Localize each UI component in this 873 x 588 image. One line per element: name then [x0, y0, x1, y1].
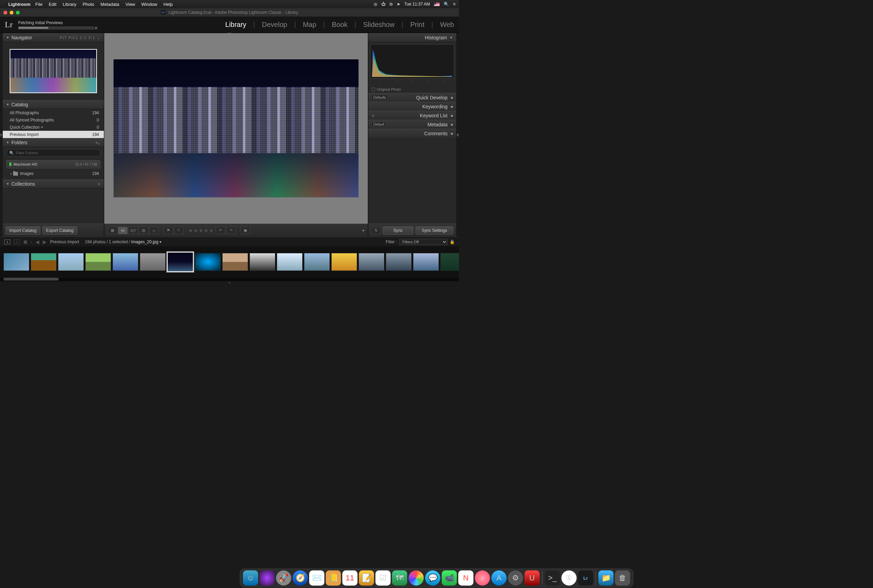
- rotate-ccw-button[interactable]: ↶: [216, 227, 225, 234]
- thumb[interactable]: [195, 253, 221, 271]
- sync-toggle-button[interactable]: ⇅: [371, 227, 381, 234]
- module-map[interactable]: Map: [303, 21, 316, 28]
- flag-reject-button[interactable]: ⚐: [174, 227, 184, 234]
- toolbar-options-button[interactable]: ▾: [362, 228, 364, 233]
- flag-pick-button[interactable]: ⚑: [164, 227, 173, 234]
- catalog-quick-collection[interactable]: Quick Collection +0: [3, 123, 104, 131]
- module-web[interactable]: Web: [440, 21, 454, 28]
- folders-header[interactable]: ▼ Folders +｡: [3, 138, 104, 147]
- primary-monitor-button[interactable]: 1: [4, 240, 10, 244]
- thumb[interactable]: [222, 253, 248, 271]
- thumb[interactable]: [304, 253, 330, 271]
- qd-preset-dropdown[interactable]: Defaults: [372, 95, 388, 100]
- sync-button[interactable]: Sync: [382, 226, 413, 235]
- add-folder-button[interactable]: +｡: [95, 140, 100, 145]
- metadata-panel[interactable]: Default Metadata ◀: [368, 120, 456, 129]
- folder-images[interactable]: ▸ Images 194: [3, 170, 104, 177]
- catalog-previous-import[interactable]: Previous Import194: [3, 131, 104, 138]
- secondary-monitor-button[interactable]: 2: [14, 240, 20, 244]
- menu-edit[interactable]: Edit: [49, 2, 56, 7]
- menubar-clock[interactable]: Tue 11:37 AM: [404, 2, 430, 6]
- right-panel-grip[interactable]: [456, 33, 459, 237]
- navigator-header[interactable]: ▼ Navigator FIT FILL 1:1 3:1 ⌄: [3, 33, 104, 42]
- filmstrip-collapse-grip[interactable]: ▼: [0, 281, 459, 284]
- rating-stars[interactable]: ★★★★★: [188, 228, 214, 233]
- folder-filter-input[interactable]: 🔍 Filter Folders: [6, 149, 100, 157]
- thumb[interactable]: [58, 253, 84, 271]
- sync-settings-button[interactable]: Sync Settings: [416, 226, 453, 235]
- menu-metadata[interactable]: Metadata: [100, 2, 119, 7]
- quick-develop-panel[interactable]: Defaults Quick Develop ◀: [368, 93, 456, 102]
- thumb[interactable]: [140, 253, 166, 271]
- original-photo-toggle[interactable]: Original Photo: [368, 86, 456, 93]
- filmstrip-path[interactable]: Previous Import 194 photos / 1 selected …: [50, 240, 162, 244]
- filmstrip-scrollbar[interactable]: [0, 278, 459, 281]
- rotate-cw-button[interactable]: ↷: [226, 227, 236, 234]
- jump-grid-icon[interactable]: ▦: [24, 240, 27, 244]
- volume-row[interactable]: Macintosh HD 15.3 / 42.7 GB: [6, 160, 100, 168]
- module-book[interactable]: Book: [332, 21, 348, 28]
- compare-view-button[interactable]: X|Y: [128, 227, 138, 234]
- import-catalog-button[interactable]: Import Catalog: [6, 226, 40, 235]
- loupe-view[interactable]: [104, 33, 368, 224]
- thumb[interactable]: [358, 253, 384, 271]
- thumb[interactable]: [440, 253, 459, 271]
- input-flag-icon[interactable]: [434, 2, 440, 6]
- menu-help[interactable]: Help: [164, 2, 173, 7]
- histogram-display[interactable]: [370, 44, 454, 79]
- module-develop[interactable]: Develop: [262, 21, 287, 28]
- loupe-view-button[interactable]: ▭: [118, 227, 128, 234]
- histogram-header[interactable]: Histogram ▼: [368, 33, 456, 42]
- jump-loupe-icon[interactable]: ▫: [31, 240, 32, 244]
- display-icon[interactable]: ⧉: [390, 2, 393, 6]
- people-view-button[interactable]: ☺: [149, 227, 159, 234]
- thumb[interactable]: [277, 253, 303, 271]
- thumb[interactable]: [31, 253, 57, 271]
- filter-dropdown[interactable]: Filters Off: [399, 239, 447, 245]
- filmstrip[interactable]: [0, 246, 459, 278]
- grid-view-button[interactable]: ▦: [108, 227, 117, 234]
- add-collection-button[interactable]: +: [98, 181, 100, 187]
- survey-view-button[interactable]: ▥: [139, 227, 148, 234]
- keyword-list-panel[interactable]: + Keyword List ◀: [368, 111, 456, 120]
- comments-panel[interactable]: Comments ◀: [368, 129, 456, 138]
- navigator-zoom-opts[interactable]: FIT FILL 1:1 3:1 ⌄: [60, 36, 100, 40]
- module-print[interactable]: Print: [410, 21, 424, 28]
- export-catalog-button[interactable]: Export Catalog: [42, 226, 77, 235]
- catalog-header[interactable]: ▼ Catalog: [3, 100, 104, 109]
- metadata-preset-dropdown[interactable]: Default: [372, 122, 386, 127]
- menu-library[interactable]: Library: [63, 2, 76, 7]
- add-keyword-button[interactable]: +: [372, 113, 374, 118]
- thumb[interactable]: [386, 253, 412, 271]
- nav-forward-button[interactable]: ▶: [43, 239, 46, 244]
- thumb[interactable]: [331, 253, 357, 271]
- folder-disclosure-icon[interactable]: ▸: [10, 172, 12, 175]
- power-icon[interactable]: ⏻: [381, 2, 386, 6]
- filter-lock-icon[interactable]: 🔒: [450, 240, 455, 244]
- navigator-preview[interactable]: [3, 42, 104, 100]
- collections-header[interactable]: ▼ Collections +: [3, 179, 104, 188]
- left-panel-grip[interactable]: [0, 33, 3, 237]
- thumb[interactable]: [249, 253, 275, 271]
- menu-view[interactable]: View: [126, 2, 135, 7]
- keywording-panel[interactable]: Keywording ◀: [368, 102, 456, 111]
- catalog-synced[interactable]: All Synced Photographs0: [3, 116, 104, 123]
- menu-extras-icon[interactable]: ≡: [453, 2, 456, 6]
- module-slideshow[interactable]: Slideshow: [363, 21, 395, 28]
- thumb[interactable]: [112, 253, 138, 271]
- module-library[interactable]: Library: [225, 21, 246, 28]
- slideshow-button[interactable]: ▣: [240, 227, 250, 234]
- nav-back-button[interactable]: ◀: [36, 239, 39, 244]
- pointer-icon[interactable]: ➤: [397, 2, 400, 6]
- cancel-task-button[interactable]: ✕: [94, 26, 98, 30]
- thumb[interactable]: [3, 253, 29, 271]
- cc-icon[interactable]: ◎: [374, 2, 377, 6]
- catalog-all-photos[interactable]: All Photographs194: [3, 109, 104, 116]
- menu-window[interactable]: Window: [141, 2, 158, 7]
- thumb[interactable]: [413, 253, 439, 271]
- spotlight-icon[interactable]: 🔍: [444, 2, 449, 6]
- menu-file[interactable]: File: [35, 2, 42, 7]
- thumb-selected[interactable]: [167, 252, 194, 272]
- menubar-app-name[interactable]: Lightroom: [8, 2, 30, 7]
- menu-photo[interactable]: Photo: [82, 2, 94, 7]
